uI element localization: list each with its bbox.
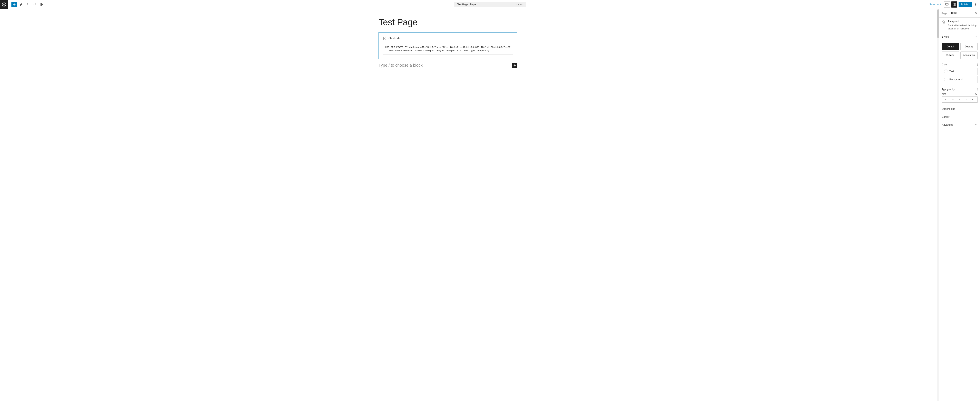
svg-point-3	[975, 3, 976, 3]
size-s[interactable]: S	[942, 97, 949, 102]
size-l[interactable]: L	[956, 97, 964, 102]
paragraph-icon	[942, 20, 946, 24]
size-xxl[interactable]: XXL	[970, 97, 977, 102]
style-default[interactable]: Default	[942, 43, 959, 50]
style-subtitle[interactable]: Subtitle	[942, 51, 959, 59]
add-block-button[interactable]	[11, 2, 17, 7]
redo-button[interactable]	[32, 2, 38, 8]
preview-button[interactable]	[944, 2, 950, 8]
color-section-label: Color	[942, 63, 948, 66]
dimensions-section-header[interactable]: Dimensions	[939, 105, 980, 113]
editor-canvas[interactable]: Test Page Shortcode [MO_API_POWER_BI Wor…	[0, 9, 937, 401]
scrollbar-thumb[interactable]	[937, 10, 939, 38]
chevron-down-icon	[975, 123, 978, 126]
style-annotation[interactable]: Annotation	[960, 51, 978, 59]
settings-sidebar-toggle[interactable]	[951, 2, 957, 8]
svg-point-13	[976, 94, 977, 95]
plus-icon	[975, 107, 978, 110]
text-color-swatch	[944, 69, 948, 73]
svg-point-10	[977, 89, 977, 89]
svg-point-12	[975, 94, 976, 94]
svg-point-6	[977, 64, 977, 64]
color-options-button[interactable]	[977, 63, 978, 66]
svg-point-9	[977, 88, 977, 89]
settings-sidebar: Page Block Paragraph Start with the basi…	[939, 9, 980, 401]
size-m[interactable]: M	[949, 97, 956, 102]
wordpress-logo[interactable]	[0, 0, 8, 9]
shortcode-textarea[interactable]: [MO_API_POWER_BI WorkspaceID="5ef647da-c…	[383, 43, 513, 55]
typography-section-label: Typography	[942, 88, 955, 91]
page-title[interactable]: Test Page	[379, 17, 517, 27]
undo-button[interactable]	[25, 2, 31, 8]
svg-rect-2	[953, 3, 956, 6]
edit-tool-button[interactable]	[18, 2, 24, 8]
empty-paragraph-placeholder[interactable]: Type / to choose a block	[379, 63, 510, 68]
shortcode-block[interactable]: Shortcode [MO_API_POWER_BI WorkspaceID="…	[379, 32, 517, 59]
size-xl[interactable]: XL	[963, 97, 970, 102]
style-display[interactable]: Display	[960, 43, 978, 50]
typography-options-button[interactable]	[977, 88, 978, 91]
document-title-text: Test Page · Page	[457, 3, 476, 6]
tab-block[interactable]: Block	[949, 9, 959, 18]
tab-page[interactable]: Page	[939, 10, 949, 17]
chevron-up-icon	[975, 35, 978, 38]
background-color-control[interactable]: Background	[942, 76, 978, 83]
shortcode-icon	[383, 36, 387, 40]
size-settings-icon[interactable]	[975, 93, 978, 96]
plus-icon	[975, 115, 978, 118]
advanced-section-header[interactable]: Advanced	[939, 121, 980, 129]
background-color-swatch	[944, 78, 948, 81]
append-block-button[interactable]	[512, 63, 517, 68]
save-draft-button[interactable]: Save draft	[928, 2, 943, 7]
font-size-group: S M L XL XXL	[942, 96, 978, 102]
shortcode-block-label: Shortcode	[388, 37, 400, 40]
svg-point-5	[975, 5, 976, 6]
block-type-name: Paragraph	[948, 20, 978, 23]
editor-top-bar: Test Page · Page Ctrl+K Save draft Publi…	[0, 0, 980, 9]
more-options-button[interactable]	[973, 2, 978, 8]
document-title-bar[interactable]: Test Page · Page Ctrl+K	[454, 2, 526, 7]
svg-point-7	[977, 64, 977, 65]
svg-point-8	[977, 66, 977, 66]
svg-point-11	[977, 90, 977, 91]
document-overview-button[interactable]	[39, 2, 45, 8]
publish-button[interactable]: Publish	[959, 2, 972, 7]
border-section-header[interactable]: Border	[939, 113, 980, 121]
text-color-control[interactable]: Text	[942, 68, 978, 75]
command-shortcut: Ctrl+K	[517, 3, 523, 6]
styles-section-header[interactable]: Styles	[939, 33, 980, 41]
block-type-description: Start with the basic building block of a…	[948, 24, 978, 30]
svg-rect-1	[945, 3, 948, 5]
canvas-scrollbar[interactable]	[937, 9, 939, 401]
svg-point-4	[975, 4, 976, 5]
close-sidebar-button[interactable]	[972, 10, 980, 17]
